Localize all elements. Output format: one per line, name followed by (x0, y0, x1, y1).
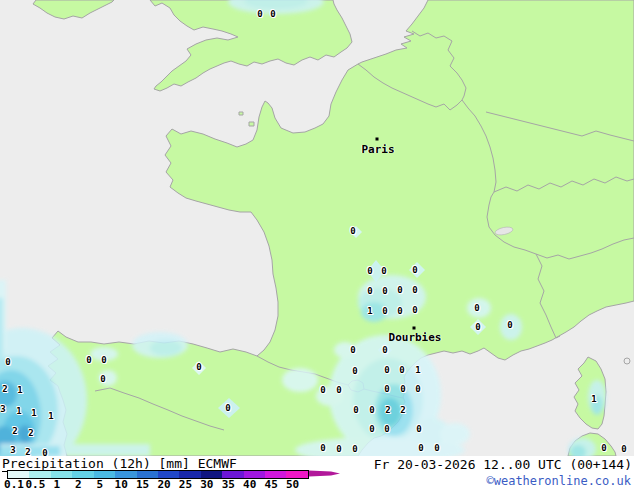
legend-tick-label: 45 (265, 479, 278, 490)
legend-color-cell (51, 471, 72, 478)
map-canvas (0, 0, 634, 456)
legend-arrow (309, 469, 341, 478)
forecast-datetime: Fr 20-03-2026 12..00 UTC (00+144) (374, 457, 632, 472)
legend-tick-label: 15 (136, 479, 149, 490)
legend-color-cell (72, 471, 93, 478)
legend-tick-label: 25 (179, 479, 192, 490)
map-area: 0000000000100000000000100000002200000000… (0, 0, 634, 456)
weather-map-screenshot: 0000000000100000000000100000002200000000… (0, 0, 634, 490)
legend-color-cell (265, 471, 286, 478)
legend-ticks: 0.10.5125101520253035404550 (0, 479, 340, 490)
legend-color-cell (158, 471, 179, 478)
legend-tick-label: 1 (54, 479, 61, 490)
legend-tick-label: 50 (286, 479, 299, 490)
legend-tick-label: 5 (96, 479, 103, 490)
legend-color-cell (115, 471, 136, 478)
legend-color-cell (222, 471, 243, 478)
legend-tick-label: 2 (75, 479, 82, 490)
legend-color-cell (286, 471, 307, 478)
legend-bar: Precipitation (12h) [mm] ECMWF Fr 20-03-… (0, 456, 634, 490)
island-elba (624, 358, 630, 364)
legend-color-cell (94, 471, 115, 478)
legend-tick-label: 0.1 (4, 479, 24, 490)
legend-color-cell (244, 471, 265, 478)
legend-tick-label: 0.5 (25, 479, 45, 490)
legend-color-cell (179, 471, 200, 478)
legend-color-cell (29, 471, 50, 478)
legend-color-cell (8, 471, 29, 478)
legend-color-cell (201, 471, 222, 478)
legend-tick-label: 20 (157, 479, 170, 490)
island-jersey (249, 122, 254, 126)
legend-tick-label: 40 (243, 479, 256, 490)
legend-tick-label: 10 (115, 479, 128, 490)
legend-color-cell (137, 471, 158, 478)
legend-tick-label: 30 (200, 479, 213, 490)
legend-tick-label: 35 (222, 479, 235, 490)
legend-arrow-shape (309, 471, 340, 477)
copyright-link[interactable]: ©weatheronline.co.uk (487, 474, 632, 488)
island-guernsey (239, 112, 243, 115)
